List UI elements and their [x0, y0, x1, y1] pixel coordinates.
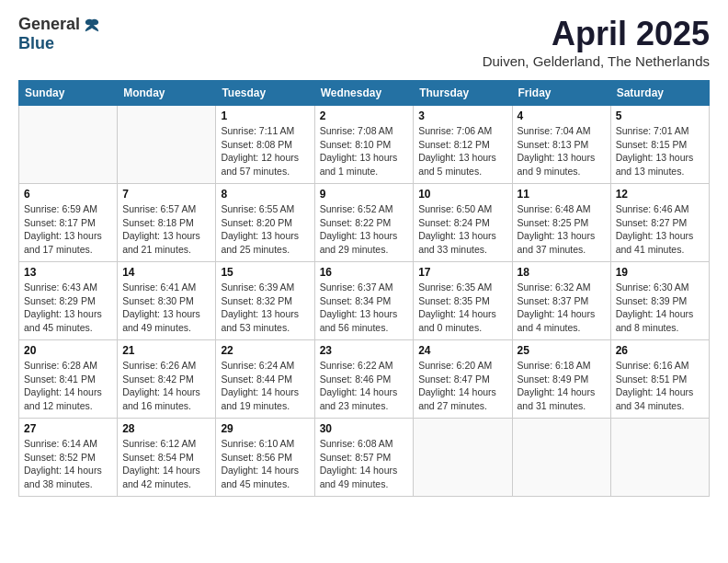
day-cell: 16Sunrise: 6:37 AM Sunset: 8:34 PM Dayli…	[314, 262, 414, 340]
day-info: Sunrise: 6:18 AM Sunset: 8:49 PM Dayligh…	[518, 359, 606, 413]
day-info: Sunrise: 7:06 AM Sunset: 8:12 PM Dayligh…	[418, 124, 506, 178]
day-info: Sunrise: 6:28 AM Sunset: 8:41 PM Dayligh…	[24, 359, 112, 413]
logo: General Blue	[18, 15, 100, 53]
day-cell: 15Sunrise: 6:39 AM Sunset: 8:32 PM Dayli…	[216, 262, 314, 340]
header-cell-sunday: Sunday	[19, 81, 118, 106]
day-cell: 10Sunrise: 6:50 AM Sunset: 8:24 PM Dayli…	[414, 184, 512, 262]
day-cell: 20Sunrise: 6:28 AM Sunset: 8:41 PM Dayli…	[19, 340, 118, 419]
day-cell: 3Sunrise: 7:06 AM Sunset: 8:12 PM Daylig…	[414, 106, 512, 184]
header-cell-saturday: Saturday	[610, 81, 709, 106]
header: General Blue April 2025 Duiven, Gelderla…	[18, 15, 710, 69]
day-info: Sunrise: 6:24 AM Sunset: 8:44 PM Dayligh…	[221, 359, 309, 413]
week-row-3: 13Sunrise: 6:43 AM Sunset: 8:29 PM Dayli…	[19, 262, 710, 340]
day-number: 8	[221, 188, 309, 201]
day-info: Sunrise: 6:30 AM Sunset: 8:39 PM Dayligh…	[616, 281, 704, 335]
day-info: Sunrise: 6:16 AM Sunset: 8:51 PM Dayligh…	[616, 359, 704, 413]
day-cell: 1Sunrise: 7:11 AM Sunset: 8:08 PM Daylig…	[216, 106, 314, 184]
day-info: Sunrise: 6:37 AM Sunset: 8:34 PM Dayligh…	[320, 281, 409, 335]
logo-general-text: General	[18, 15, 80, 34]
day-number: 3	[418, 109, 506, 122]
day-number: 27	[24, 422, 112, 435]
day-cell: 21Sunrise: 6:26 AM Sunset: 8:42 PM Dayli…	[118, 340, 216, 419]
day-number: 19	[616, 266, 704, 279]
week-row-5: 27Sunrise: 6:14 AM Sunset: 8:52 PM Dayli…	[19, 419, 710, 497]
day-info: Sunrise: 6:26 AM Sunset: 8:42 PM Dayligh…	[122, 359, 210, 413]
day-info: Sunrise: 6:59 AM Sunset: 8:17 PM Dayligh…	[24, 202, 112, 257]
day-info: Sunrise: 6:35 AM Sunset: 8:35 PM Dayligh…	[418, 281, 506, 335]
day-info: Sunrise: 6:12 AM Sunset: 8:54 PM Dayligh…	[122, 437, 210, 491]
day-number: 16	[320, 266, 409, 279]
day-info: Sunrise: 6:52 AM Sunset: 8:22 PM Dayligh…	[320, 202, 409, 257]
day-cell	[118, 106, 216, 184]
header-cell-thursday: Thursday	[414, 81, 512, 106]
day-number: 2	[320, 109, 409, 122]
day-info: Sunrise: 7:01 AM Sunset: 8:15 PM Dayligh…	[616, 124, 704, 178]
day-cell: 4Sunrise: 7:04 AM Sunset: 8:13 PM Daylig…	[512, 106, 610, 184]
day-number: 12	[616, 188, 704, 201]
day-cell: 6Sunrise: 6:59 AM Sunset: 8:17 PM Daylig…	[19, 184, 118, 262]
day-info: Sunrise: 6:39 AM Sunset: 8:32 PM Dayligh…	[221, 281, 309, 335]
day-info: Sunrise: 6:14 AM Sunset: 8:52 PM Dayligh…	[24, 437, 112, 491]
day-info: Sunrise: 6:41 AM Sunset: 8:30 PM Dayligh…	[122, 281, 210, 335]
day-cell: 30Sunrise: 6:08 AM Sunset: 8:57 PM Dayli…	[314, 419, 414, 497]
day-cell: 8Sunrise: 6:55 AM Sunset: 8:20 PM Daylig…	[216, 184, 314, 262]
day-number: 1	[221, 109, 309, 122]
day-number: 17	[418, 266, 506, 279]
day-info: Sunrise: 6:22 AM Sunset: 8:46 PM Dayligh…	[320, 359, 409, 413]
day-number: 30	[320, 422, 409, 435]
day-info: Sunrise: 6:43 AM Sunset: 8:29 PM Dayligh…	[24, 281, 112, 335]
day-number: 10	[418, 188, 506, 201]
day-cell: 22Sunrise: 6:24 AM Sunset: 8:44 PM Dayli…	[216, 340, 314, 419]
day-info: Sunrise: 6:08 AM Sunset: 8:57 PM Dayligh…	[320, 437, 409, 491]
day-number: 22	[221, 344, 309, 357]
title-area: April 2025 Duiven, Gelderland, The Nethe…	[483, 15, 710, 69]
day-info: Sunrise: 6:32 AM Sunset: 8:37 PM Dayligh…	[518, 281, 606, 335]
day-info: Sunrise: 6:50 AM Sunset: 8:24 PM Dayligh…	[418, 202, 506, 257]
day-info: Sunrise: 6:57 AM Sunset: 8:18 PM Dayligh…	[122, 202, 210, 257]
day-cell: 29Sunrise: 6:10 AM Sunset: 8:56 PM Dayli…	[216, 419, 314, 497]
logo-bird-icon	[84, 17, 100, 33]
header-cell-friday: Friday	[512, 81, 610, 106]
day-info: Sunrise: 7:11 AM Sunset: 8:08 PM Dayligh…	[221, 124, 309, 178]
day-cell: 7Sunrise: 6:57 AM Sunset: 8:18 PM Daylig…	[118, 184, 216, 262]
day-number: 11	[518, 188, 606, 201]
day-cell: 11Sunrise: 6:48 AM Sunset: 8:25 PM Dayli…	[512, 184, 610, 262]
header-row: SundayMondayTuesdayWednesdayThursdayFrid…	[19, 81, 710, 106]
day-number: 5	[616, 109, 704, 122]
day-cell: 19Sunrise: 6:30 AM Sunset: 8:39 PM Dayli…	[610, 262, 709, 340]
day-number: 14	[122, 266, 210, 279]
day-cell: 14Sunrise: 6:41 AM Sunset: 8:30 PM Dayli…	[118, 262, 216, 340]
day-cell: 23Sunrise: 6:22 AM Sunset: 8:46 PM Dayli…	[314, 340, 414, 419]
day-cell: 17Sunrise: 6:35 AM Sunset: 8:35 PM Dayli…	[414, 262, 512, 340]
day-cell: 26Sunrise: 6:16 AM Sunset: 8:51 PM Dayli…	[610, 340, 709, 419]
week-row-2: 6Sunrise: 6:59 AM Sunset: 8:17 PM Daylig…	[19, 184, 710, 262]
day-cell: 12Sunrise: 6:46 AM Sunset: 8:27 PM Dayli…	[610, 184, 709, 262]
day-number: 23	[320, 344, 409, 357]
day-cell: 2Sunrise: 7:08 AM Sunset: 8:10 PM Daylig…	[314, 106, 414, 184]
header-cell-monday: Monday	[118, 81, 216, 106]
day-cell	[19, 106, 118, 184]
week-row-4: 20Sunrise: 6:28 AM Sunset: 8:41 PM Dayli…	[19, 340, 710, 419]
calendar-table: SundayMondayTuesdayWednesdayThursdayFrid…	[18, 80, 710, 497]
month-title: April 2025	[483, 15, 710, 53]
day-number: 26	[616, 344, 704, 357]
day-number: 24	[418, 344, 506, 357]
week-row-1: 1Sunrise: 7:11 AM Sunset: 8:08 PM Daylig…	[19, 106, 710, 184]
day-number: 15	[221, 266, 309, 279]
day-number: 6	[24, 188, 112, 201]
day-cell	[512, 419, 610, 497]
day-number: 29	[221, 422, 309, 435]
day-number: 21	[122, 344, 210, 357]
day-cell: 25Sunrise: 6:18 AM Sunset: 8:49 PM Dayli…	[512, 340, 610, 419]
location: Duiven, Gelderland, The Netherlands	[483, 53, 710, 69]
day-cell: 28Sunrise: 6:12 AM Sunset: 8:54 PM Dayli…	[118, 419, 216, 497]
day-info: Sunrise: 6:20 AM Sunset: 8:47 PM Dayligh…	[418, 359, 506, 413]
day-cell: 5Sunrise: 7:01 AM Sunset: 8:15 PM Daylig…	[610, 106, 709, 184]
day-number: 9	[320, 188, 409, 201]
day-number: 20	[24, 344, 112, 357]
day-cell: 13Sunrise: 6:43 AM Sunset: 8:29 PM Dayli…	[19, 262, 118, 340]
header-cell-wednesday: Wednesday	[314, 81, 414, 106]
day-cell: 27Sunrise: 6:14 AM Sunset: 8:52 PM Dayli…	[19, 419, 118, 497]
day-number: 13	[24, 266, 112, 279]
day-info: Sunrise: 6:48 AM Sunset: 8:25 PM Dayligh…	[518, 202, 606, 257]
